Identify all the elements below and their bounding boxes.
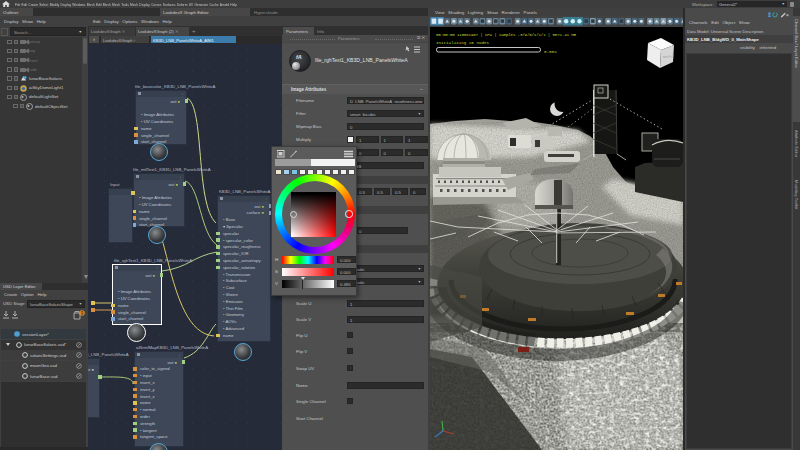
svg-text:0.00%: 0.00% — [544, 50, 557, 54]
svg-text:BRIGHT: BRIGHT — [663, 54, 675, 59]
svg-text:Initializing 20 nodes: Initializing 20 nodes — [436, 41, 489, 45]
svg-text:00:00:00 1100x1967 | CPU | sam: 00:00:00 1100x1967 | CPU | samples -3/9/… — [436, 33, 576, 37]
